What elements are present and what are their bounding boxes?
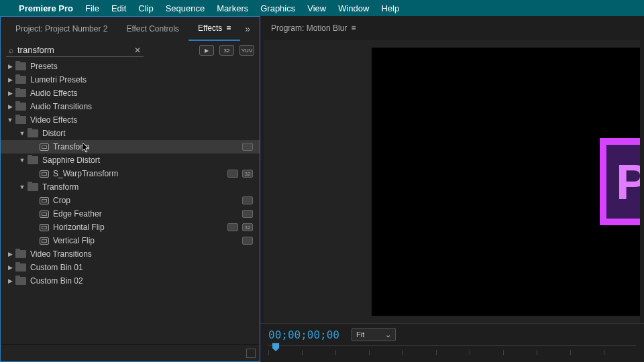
- folder-icon: [15, 62, 26, 70]
- program-viewer[interactable]: Pr: [264, 40, 640, 323]
- effects-search-input[interactable]: [17, 45, 130, 55]
- program-transport: 00;00;00;00 Fit ⌄: [260, 323, 644, 362]
- folder-icon: [15, 103, 26, 111]
- effect-tags: [242, 196, 253, 204]
- menu-window[interactable]: Window: [338, 3, 369, 13]
- tree-effect[interactable]: S_WarpTransform32: [1, 167, 260, 180]
- tree-effect[interactable]: Horizontal Flip32: [1, 221, 260, 234]
- menu-clip[interactable]: Clip: [138, 3, 153, 13]
- tree-item-label: Video Transitions: [30, 249, 92, 259]
- tab-program-label: Program: Motion Blur: [271, 23, 347, 33]
- tree-item-label: Audio Effects: [30, 88, 78, 98]
- tree-folder[interactable]: ▶Audio Transitions: [1, 100, 260, 113]
- tree-folder[interactable]: ▼Transform: [1, 180, 260, 194]
- menu-file[interactable]: File: [85, 3, 99, 13]
- disclosure-triangle-icon[interactable]: ▶: [6, 278, 14, 284]
- menu-view[interactable]: View: [307, 3, 326, 13]
- zoom-select[interactable]: Fit ⌄: [352, 328, 396, 341]
- disclosure-triangle-icon[interactable]: ▼: [18, 157, 26, 164]
- effect-tags: 32: [227, 223, 253, 231]
- badge-accelerated[interactable]: ▶: [199, 45, 214, 56]
- tree-item-label: Transform: [42, 182, 78, 192]
- folder-icon: [28, 156, 38, 164]
- folder-icon: [15, 250, 26, 258]
- tree-item-label: Presets: [30, 62, 58, 71]
- disclosure-triangle-icon[interactable]: ▼: [18, 130, 26, 137]
- tree-item-label: Edge Feather: [53, 209, 102, 219]
- menu-edit[interactable]: Edit: [111, 3, 126, 13]
- program-timeline-ruler[interactable]: [268, 345, 636, 357]
- menu-help[interactable]: Help: [381, 3, 399, 13]
- panel-menu-icon[interactable]: ≡: [351, 23, 356, 33]
- tree-folder[interactable]: ▶Custom Bin 02: [1, 274, 260, 288]
- tab-project[interactable]: Project: Project Number 2: [6, 17, 117, 41]
- program-tab-bar: Program: Motion Blur ≡: [260, 16, 644, 40]
- folder-icon: [15, 116, 26, 124]
- system-menubar: Premiere Pro File Edit Clip Sequence Mar…: [0, 0, 644, 16]
- tree-effect[interactable]: Edge Feather: [1, 207, 260, 221]
- effect-preset-icon: [40, 224, 49, 231]
- clear-search-icon[interactable]: ✕: [134, 46, 141, 55]
- tree-folder[interactable]: ▶Custom Bin 01: [1, 261, 260, 274]
- effect-tags: [242, 143, 253, 151]
- tree-item-label: Vertical Flip: [53, 236, 95, 245]
- disclosure-triangle-icon[interactable]: ▶: [6, 63, 14, 70]
- folder-icon: [15, 277, 26, 285]
- tree-item-label: Audio Transitions: [30, 102, 92, 111]
- tree-effect[interactable]: Transform: [1, 140, 260, 154]
- disclosure-triangle-icon[interactable]: ▼: [18, 184, 26, 190]
- tree-folder[interactable]: ▶Lumetri Presets: [1, 73, 260, 86]
- disclosure-triangle-icon[interactable]: ▶: [6, 90, 14, 97]
- tree-item-label: S_WarpTransform: [53, 169, 118, 178]
- folder-icon: [15, 76, 26, 84]
- panel-menu-icon[interactable]: ≡: [226, 23, 231, 33]
- tree-item-label: Custom Bin 01: [30, 263, 83, 272]
- workspace: Project: Project Number 2 Effect Control…: [0, 16, 644, 362]
- badge-yuv[interactable]: YUV: [239, 45, 254, 56]
- menu-sequence[interactable]: Sequence: [166, 3, 205, 13]
- tab-effect-controls[interactable]: Effect Controls: [117, 17, 188, 41]
- program-panel: Program: Motion Blur ≡ Pr 00;00;00;00 Fi…: [260, 16, 644, 362]
- panel-overflow-icon[interactable]: »: [241, 23, 254, 34]
- tab-program[interactable]: Program: Motion Blur ≡: [266, 16, 361, 40]
- badge-32bit[interactable]: 32: [219, 45, 234, 56]
- effects-search-field[interactable]: ⌕ ✕: [6, 44, 144, 57]
- effect-preset-icon: [40, 170, 49, 178]
- tree-item-label: Lumetri Presets: [30, 75, 87, 84]
- folder-icon: [15, 263, 26, 272]
- search-icon: ⌕: [9, 46, 13, 55]
- effects-filter-badges: ▶ 32 YUV: [199, 45, 254, 56]
- ruler-ticks: [268, 350, 636, 355]
- tree-folder[interactable]: ▼Distort: [1, 127, 260, 140]
- program-timecode[interactable]: 00;00;00;00: [268, 328, 339, 341]
- disclosure-triangle-icon[interactable]: ▼: [6, 117, 14, 123]
- effect-tags: [242, 210, 253, 218]
- tree-folder[interactable]: ▶Presets: [1, 60, 260, 73]
- disclosure-triangle-icon[interactable]: ▶: [6, 103, 14, 110]
- effect-tags: [242, 237, 253, 245]
- effect-preset-icon: [40, 210, 49, 218]
- disclosure-triangle-icon[interactable]: ▶: [6, 264, 14, 271]
- menu-markers[interactable]: Markers: [217, 3, 248, 13]
- tree-folder[interactable]: ▼Sapphire Distort: [1, 154, 260, 167]
- tree-effect[interactable]: Vertical Flip: [1, 234, 260, 247]
- tree-folder[interactable]: ▼Video Effects: [1, 113, 260, 127]
- menu-graphics[interactable]: Graphics: [260, 3, 295, 13]
- effect-tag-badge: [227, 223, 238, 231]
- panel-footer: [1, 344, 260, 361]
- effect-tags: 32: [227, 170, 253, 178]
- premiere-logo-text: Pr: [616, 154, 640, 210]
- tree-folder[interactable]: ▶Video Transitions: [1, 247, 260, 261]
- tab-effects[interactable]: Effects≡: [189, 17, 240, 41]
- effect-tag-badge: 32: [242, 170, 253, 178]
- tree-folder[interactable]: ▶Audio Effects: [1, 86, 260, 100]
- disclosure-triangle-icon[interactable]: ▶: [6, 251, 14, 257]
- tree-effect[interactable]: Crop: [1, 194, 260, 207]
- tree-item-label: Custom Bin 02: [30, 276, 83, 286]
- disclosure-triangle-icon[interactable]: ▶: [6, 76, 14, 83]
- app-name[interactable]: Premiere Pro: [19, 3, 73, 13]
- folder-icon: [15, 89, 26, 97]
- effect-tag-badge: 32: [242, 223, 253, 231]
- new-bin-icon[interactable]: [246, 349, 256, 358]
- zoom-select-value: Fit: [356, 330, 364, 339]
